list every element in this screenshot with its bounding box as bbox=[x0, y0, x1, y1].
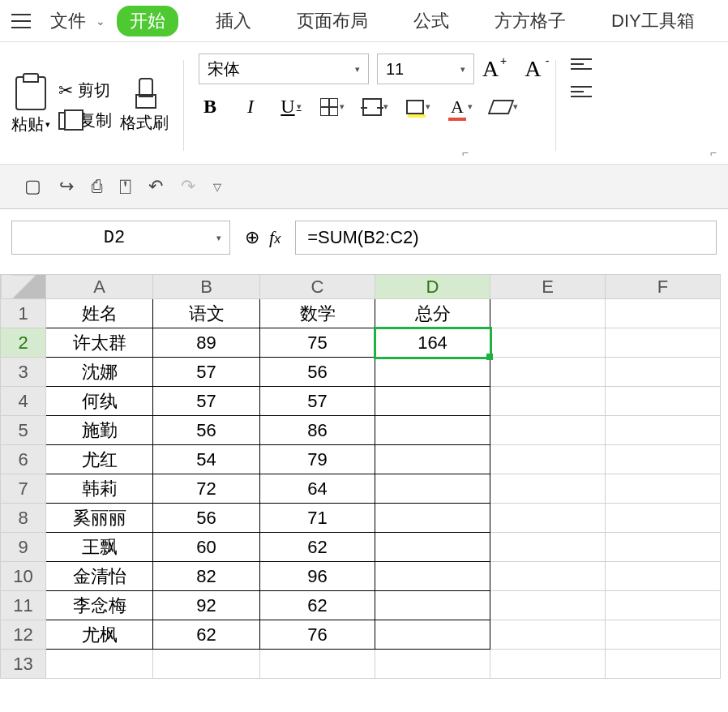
export-button[interactable]: ↪ bbox=[59, 176, 74, 197]
cell[interactable]: 62 bbox=[260, 533, 375, 562]
increase-font-button[interactable]: A+ bbox=[482, 56, 499, 82]
row-header[interactable]: 11 bbox=[1, 591, 46, 620]
cell[interactable]: 89 bbox=[153, 328, 260, 358]
cell[interactable] bbox=[153, 650, 260, 679]
row-header[interactable]: 9 bbox=[1, 533, 46, 562]
menu-formula[interactable]: 公式 bbox=[405, 6, 457, 36]
zoom-icon[interactable]: ⊕ bbox=[245, 227, 259, 248]
cell[interactable]: 79 bbox=[260, 445, 375, 474]
print-preview-button[interactable]: ⍞ bbox=[120, 176, 131, 197]
cell[interactable] bbox=[375, 562, 490, 591]
cell[interactable] bbox=[490, 328, 606, 358]
cell[interactable]: 56 bbox=[153, 504, 260, 533]
chevron-down-icon[interactable]: ▾ bbox=[216, 233, 221, 243]
menu-layout[interactable]: 页面布局 bbox=[289, 6, 376, 36]
cell[interactable] bbox=[606, 591, 721, 620]
cell[interactable] bbox=[606, 387, 721, 416]
menu-insert[interactable]: 插入 bbox=[208, 6, 259, 36]
cell[interactable]: 54 bbox=[153, 445, 260, 474]
underline-button[interactable]: U▾ bbox=[280, 96, 302, 118]
fx-button[interactable]: fx bbox=[269, 227, 280, 248]
cell[interactable]: 76 bbox=[260, 620, 375, 650]
undo-button[interactable]: ↶ bbox=[148, 176, 163, 197]
cell[interactable]: 71 bbox=[260, 504, 375, 533]
hamburger-icon[interactable] bbox=[11, 14, 31, 28]
print-button[interactable]: ⎙ bbox=[92, 176, 102, 197]
cell[interactable] bbox=[606, 562, 721, 591]
paste-button[interactable]: 粘贴▾ bbox=[11, 76, 50, 135]
cell[interactable]: 姓名 bbox=[46, 299, 153, 328]
fill-handle[interactable] bbox=[486, 354, 493, 360]
cell[interactable] bbox=[490, 504, 606, 533]
cell[interactable]: 尤红 bbox=[46, 445, 153, 474]
cell[interactable]: 92 bbox=[153, 591, 260, 620]
row-header[interactable]: 13 bbox=[1, 650, 46, 679]
cell[interactable] bbox=[490, 416, 606, 445]
fill-color-button[interactable]: ▾ bbox=[406, 100, 430, 114]
row-header[interactable]: 2 bbox=[1, 328, 46, 358]
row-header[interactable]: 4 bbox=[1, 387, 46, 416]
cell[interactable]: 数学 bbox=[260, 299, 375, 328]
column-header-C[interactable]: C bbox=[260, 275, 375, 299]
cell[interactable]: 李念梅 bbox=[46, 591, 153, 620]
column-header-D[interactable]: D bbox=[375, 275, 490, 299]
cell[interactable] bbox=[375, 650, 490, 679]
cell[interactable]: 82 bbox=[153, 562, 260, 591]
align-left-button[interactable] bbox=[571, 86, 592, 97]
cell[interactable] bbox=[375, 358, 490, 387]
cell[interactable] bbox=[606, 533, 721, 562]
cell[interactable] bbox=[375, 533, 490, 562]
cell[interactable]: 64 bbox=[260, 474, 375, 504]
cell[interactable] bbox=[375, 387, 490, 416]
font-size-select[interactable]: 11▾ bbox=[377, 54, 474, 84]
cell[interactable]: 96 bbox=[260, 562, 375, 591]
cell[interactable] bbox=[606, 620, 721, 650]
cell[interactable] bbox=[606, 650, 721, 679]
cell[interactable] bbox=[490, 445, 606, 474]
dialog-launcher-icon[interactable]: ⌐ bbox=[462, 146, 469, 159]
cell[interactable] bbox=[606, 328, 721, 358]
dialog-launcher-icon[interactable]: ⌐ bbox=[710, 146, 717, 159]
menu-file[interactable]: 文件 bbox=[42, 6, 94, 36]
cell[interactable]: 奚丽丽 bbox=[46, 504, 153, 533]
clear-button[interactable]: ▾ bbox=[490, 100, 518, 114]
cell[interactable] bbox=[375, 620, 490, 650]
name-box[interactable]: D2 ▾ bbox=[11, 221, 230, 255]
cell[interactable]: 金清怡 bbox=[46, 562, 153, 591]
cell[interactable] bbox=[490, 387, 606, 416]
cell[interactable]: 尤枫 bbox=[46, 620, 153, 650]
row-header[interactable]: 8 bbox=[1, 504, 46, 533]
row-header[interactable]: 12 bbox=[1, 620, 46, 650]
cell[interactable] bbox=[490, 299, 606, 328]
cell[interactable]: 56 bbox=[153, 416, 260, 445]
cell[interactable]: 56 bbox=[260, 358, 375, 387]
cell[interactable]: 62 bbox=[260, 591, 375, 620]
cell[interactable] bbox=[490, 533, 606, 562]
cell[interactable]: 语文 bbox=[153, 299, 260, 328]
cell[interactable] bbox=[606, 358, 721, 387]
select-all-corner[interactable] bbox=[1, 275, 46, 299]
formula-input[interactable]: =SUM(B2:C2) bbox=[295, 221, 717, 255]
cell[interactable]: 86 bbox=[260, 416, 375, 445]
row-header[interactable]: 5 bbox=[1, 416, 46, 445]
cell[interactable] bbox=[490, 562, 606, 591]
cell[interactable] bbox=[375, 445, 490, 474]
cell[interactable] bbox=[46, 650, 153, 679]
cell[interactable] bbox=[606, 445, 721, 474]
cell[interactable]: 韩莉 bbox=[46, 474, 153, 504]
chevron-down-icon[interactable]: ⌄ bbox=[96, 15, 105, 28]
cell[interactable] bbox=[490, 358, 606, 387]
row-header[interactable]: 1 bbox=[1, 299, 46, 328]
cell[interactable]: 72 bbox=[153, 474, 260, 504]
cell[interactable] bbox=[606, 474, 721, 504]
menu-start[interactable]: 开始 bbox=[117, 6, 178, 36]
cell[interactable] bbox=[490, 650, 606, 679]
row-header[interactable]: 10 bbox=[1, 562, 46, 591]
cell[interactable]: 57 bbox=[153, 358, 260, 387]
menu-fangfang[interactable]: 方方格子 bbox=[486, 6, 574, 36]
cell[interactable]: 沈娜 bbox=[46, 358, 153, 387]
merge-button[interactable]: ▾ bbox=[362, 98, 388, 116]
cell[interactable] bbox=[606, 416, 721, 445]
menu-diy[interactable]: DIY工具箱 bbox=[603, 6, 703, 36]
font-color-button[interactable]: A▾ bbox=[448, 97, 473, 118]
